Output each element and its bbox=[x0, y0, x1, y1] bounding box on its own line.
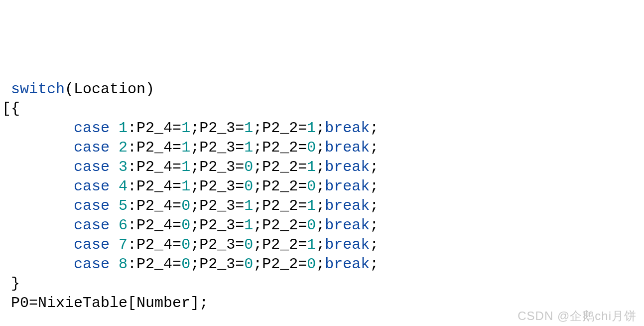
kw-case: case bbox=[74, 217, 110, 234]
val: 0 bbox=[244, 178, 253, 195]
line-last: P0=NixieTable[Number]; bbox=[2, 295, 208, 312]
semi: ; bbox=[370, 139, 379, 156]
eq: = bbox=[298, 217, 307, 234]
bracket-open: [ bbox=[2, 100, 11, 117]
semi: ; bbox=[370, 256, 379, 273]
eq: = bbox=[235, 178, 244, 195]
val: 0 bbox=[181, 256, 190, 273]
p0: P0 bbox=[11, 295, 29, 312]
semi: ; bbox=[370, 178, 379, 195]
case-num: 4 bbox=[119, 178, 128, 195]
val: 1 bbox=[181, 178, 190, 195]
semi: ; bbox=[190, 256, 199, 273]
case-6: case 6:P2_4=0;P2_3=1;P2_2=0;break; bbox=[2, 217, 379, 234]
val: 1 bbox=[244, 120, 253, 137]
p2-4: P2_4 bbox=[136, 256, 172, 273]
semi: ; bbox=[190, 120, 199, 137]
case-7: case 7:P2_4=0;P2_3=0;P2_2=1;break; bbox=[2, 236, 379, 253]
indent bbox=[2, 120, 74, 137]
p2-3: P2_3 bbox=[199, 159, 235, 175]
eq: = bbox=[298, 236, 307, 253]
code-block: switch(Location) [{ case 1:P2_4=1;P2_3=1… bbox=[2, 60, 642, 313]
eq: = bbox=[172, 256, 181, 273]
kw-break: break bbox=[325, 236, 370, 253]
indent bbox=[2, 217, 74, 234]
rbracket: ] bbox=[190, 295, 199, 312]
p2-4: P2_4 bbox=[136, 178, 172, 195]
val: 0 bbox=[244, 159, 253, 175]
val: 0 bbox=[307, 217, 316, 234]
case-8: case 8:P2_4=0;P2_3=0;P2_2=0;break; bbox=[2, 256, 379, 273]
indent bbox=[2, 236, 74, 253]
eq: = bbox=[235, 159, 244, 175]
semi: ; bbox=[190, 159, 199, 175]
eq: = bbox=[172, 120, 181, 137]
colon: : bbox=[128, 178, 136, 195]
eq: = bbox=[172, 217, 181, 234]
case-num: 6 bbox=[119, 217, 128, 234]
val: 1 bbox=[307, 159, 316, 175]
line-brace-close: } bbox=[2, 275, 20, 292]
semi: ; bbox=[199, 295, 208, 312]
colon: : bbox=[128, 217, 136, 234]
val: 0 bbox=[181, 217, 190, 234]
colon: : bbox=[128, 120, 136, 137]
case-num: 8 bbox=[119, 256, 128, 273]
semi: ; bbox=[253, 159, 262, 175]
case-5: case 5:P2_4=0;P2_3=1;P2_2=1;break; bbox=[2, 197, 379, 214]
kw-case: case bbox=[74, 120, 110, 137]
kw-break: break bbox=[325, 120, 370, 137]
var-location: Location bbox=[74, 81, 145, 98]
kw-case: case bbox=[74, 159, 110, 175]
kw-break: break bbox=[325, 197, 370, 214]
case-num: 7 bbox=[119, 236, 128, 253]
semi: ; bbox=[253, 197, 262, 214]
semi: ; bbox=[253, 256, 262, 273]
case-1: case 1:P2_4=1;P2_3=1;P2_2=1;break; bbox=[2, 120, 379, 137]
eq: = bbox=[172, 159, 181, 175]
case-num: 2 bbox=[119, 139, 128, 156]
eq: = bbox=[298, 139, 307, 156]
p2-4: P2_4 bbox=[136, 159, 172, 175]
val: 0 bbox=[181, 236, 190, 253]
p2-4: P2_4 bbox=[136, 197, 172, 214]
semi: ; bbox=[370, 217, 379, 234]
val: 1 bbox=[244, 197, 253, 214]
kw-break: break bbox=[325, 159, 370, 175]
val: 1 bbox=[181, 159, 190, 175]
val: 1 bbox=[181, 139, 190, 156]
val: 0 bbox=[244, 236, 253, 253]
p2-2: P2_2 bbox=[262, 217, 298, 234]
val: 0 bbox=[307, 178, 316, 195]
nixietable: NixieTable bbox=[38, 295, 128, 312]
case-num: 1 bbox=[119, 120, 128, 137]
paren-close: ) bbox=[145, 81, 154, 98]
p2-2: P2_2 bbox=[262, 236, 298, 253]
eq: = bbox=[235, 217, 244, 234]
val: 0 bbox=[307, 139, 316, 156]
p2-2: P2_2 bbox=[262, 139, 298, 156]
eq: = bbox=[235, 236, 244, 253]
p2-3: P2_3 bbox=[199, 120, 235, 137]
number-var: Number bbox=[136, 295, 190, 312]
semi: ; bbox=[316, 217, 325, 234]
colon: : bbox=[128, 159, 136, 175]
val: 1 bbox=[307, 236, 316, 253]
eq: = bbox=[29, 295, 38, 312]
val: 1 bbox=[244, 217, 253, 234]
eq: = bbox=[172, 139, 181, 156]
kw-break: break bbox=[325, 256, 370, 273]
semi: ; bbox=[316, 236, 325, 253]
indent bbox=[2, 197, 74, 214]
p2-3: P2_3 bbox=[199, 236, 235, 253]
val: 1 bbox=[244, 139, 253, 156]
semi: ; bbox=[190, 236, 199, 253]
semi: ; bbox=[316, 159, 325, 175]
eq: = bbox=[298, 178, 307, 195]
case-num: 3 bbox=[119, 159, 128, 175]
semi: ; bbox=[253, 236, 262, 253]
val: 1 bbox=[181, 120, 190, 137]
p2-4: P2_4 bbox=[136, 217, 172, 234]
semi: ; bbox=[253, 120, 262, 137]
case-3: case 3:P2_4=1;P2_3=0;P2_2=1;break; bbox=[2, 159, 379, 175]
